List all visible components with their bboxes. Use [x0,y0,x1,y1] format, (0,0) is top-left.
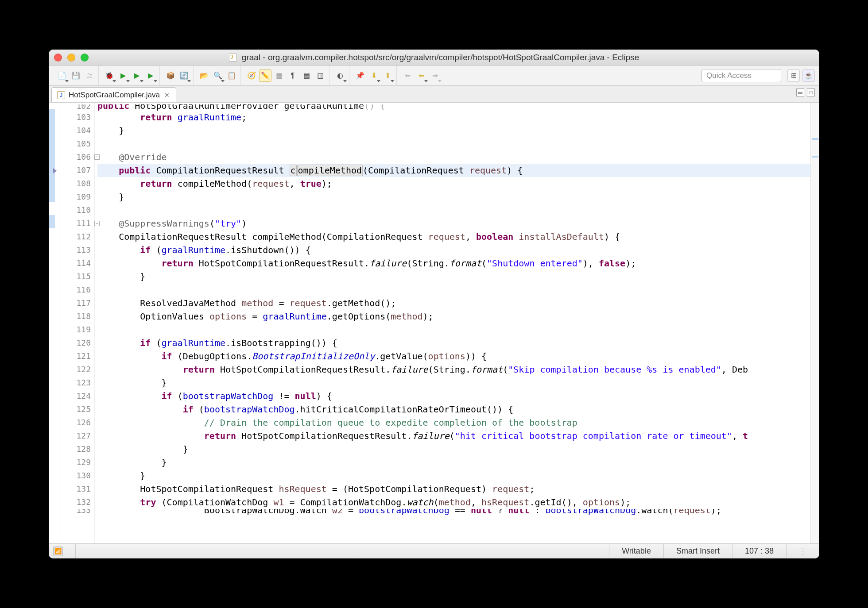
overview-ruler[interactable] [810,103,819,543]
line-number: 126 [59,416,91,429]
toggle-block-selection-button[interactable]: ▦ [273,69,285,82]
line-number: 113 [59,243,91,257]
line-number: 105 [59,137,91,150]
line-number: 111− [59,217,91,230]
show-whitespace-button[interactable]: ¶ [287,69,299,82]
code-line[interactable] [97,204,810,217]
statusbar: 📶 Writable Smart Insert 107 : 38 ⋮ [49,543,819,558]
code-line[interactable]: return HotSpotCompilationRequestResult.f… [97,363,810,376]
code-editor[interactable]: 102103104105106−107108109110111−11211311… [49,103,819,543]
code-line[interactable] [97,137,810,150]
code-line[interactable]: @SuppressWarnings("try") [97,217,810,230]
line-number: 106− [59,150,91,164]
toggle-breadcrumb-button[interactable]: 🧭 [245,69,258,82]
open-type-button[interactable]: 📂 [198,69,210,82]
code-line[interactable]: } [97,469,810,482]
code-line[interactable]: if (bootstrapWatchDog != null) { [97,389,810,403]
show-source-button[interactable]: ▥ [314,69,326,82]
editor-view-controls: ▭ □ [796,89,815,96]
window-title-text: graal - org.graalvm.compiler.hotspot/src… [242,53,639,62]
toggle-mark-occurrences-button[interactable]: ✏️ [259,69,271,82]
maximize-view-button[interactable]: □ [807,89,815,96]
forward-button[interactable]: ➡ [429,69,441,82]
coverage-button[interactable]: ▶ [131,69,143,82]
code-line[interactable]: ResolvedJavaMethod method = request.getM… [97,296,810,310]
prev-annotation-button[interactable]: ⬆ [381,69,394,82]
fold-toggle-icon[interactable]: − [94,154,100,160]
close-tab-icon[interactable]: ✕ [163,92,170,99]
code-line[interactable]: if (bootstrapWatchDog.hitCriticalCompila… [97,403,810,416]
line-number: 123 [59,376,91,389]
new-button[interactable]: 📄 [56,69,68,82]
code-line[interactable]: OptionValues options = graalRuntime.getO… [97,310,810,323]
change-marker [49,109,55,202]
line-number: 129 [59,456,91,469]
line-number: 131 [59,482,91,496]
show-selected-element-button[interactable]: ▤ [300,69,313,82]
line-number: 133 [59,509,91,516]
code-line[interactable]: } [97,376,810,389]
code-line[interactable]: BootstrapWatchDog.Watch w2 = bootstrapWa… [97,509,810,516]
line-number: 127 [59,429,91,443]
code-line[interactable] [97,283,810,296]
save-button[interactable]: 💾 [70,69,82,82]
code-line[interactable]: if (DebugOptions.BootstrapInitializeOnly… [97,350,810,363]
main-toolbar: 📄 💾 🗂 🐞 ▶ ▶ ▶ 📦 🔄 📂 🔍 📋 🧭 ✏️ ▦ ¶ ▤ ▥ [49,65,819,86]
line-number: 115 [59,270,91,283]
line-number: 110 [59,204,91,217]
run-button[interactable]: ▶ [117,69,129,82]
status-insert-mode: Smart Insert [663,544,732,558]
line-number: 112 [59,230,91,243]
fold-toggle-icon[interactable]: − [94,221,100,226]
code-area[interactable]: public HotSpotGraalRuntimeProvider getGr… [95,103,810,543]
minimize-view-button[interactable]: ▭ [796,89,804,96]
line-number: 116 [59,283,91,296]
code-line[interactable]: // Drain the compilation queue to expedi… [97,416,810,429]
pin-editor-button[interactable]: 📌 [354,69,366,82]
code-line[interactable]: public CompilationRequestResult compileM… [97,164,810,177]
new-type-button[interactable]: 🔄 [178,69,190,82]
code-line[interactable]: return graalRuntime; [97,111,810,124]
code-line[interactable]: } [97,124,810,137]
code-line[interactable]: public HotSpotGraalRuntimeProvider getGr… [97,104,810,111]
code-line[interactable] [97,323,810,336]
code-line[interactable]: } [97,456,810,469]
code-line[interactable]: HotSpotCompilationRequest hsRequest = (H… [97,482,810,496]
editor-tab-label: HotSpotGraalCompiler.java [69,91,160,100]
status-cursor-position: 107 : 38 [732,544,786,558]
editor-tab-active[interactable]: J HotSpotGraalCompiler.java ✕ [51,87,176,102]
eclipse-window: graal - org.graalvm.compiler.hotspot/src… [49,50,819,558]
code-line[interactable]: CompilationRequestResult compileMethod(C… [97,230,810,243]
line-number: 119 [59,323,91,336]
search-button[interactable]: 🔍 [212,69,224,82]
feed-icon[interactable]: 📶 [53,546,63,556]
line-number: 114 [59,257,91,270]
line-number: 104 [59,124,91,137]
save-all-button[interactable]: 🗂 [83,69,96,82]
code-line[interactable]: @Override [97,150,810,164]
line-number: 107 [59,164,91,177]
code-line[interactable]: } [97,270,810,283]
line-number: 121 [59,350,91,363]
line-number: 132 [59,496,91,509]
debug-button[interactable]: 🐞 [103,69,116,82]
code-line[interactable]: return HotSpotCompilationRequestResult.f… [97,257,810,270]
code-line[interactable]: return HotSpotCompilationRequestResult.f… [97,429,810,443]
quick-access-input[interactable]: Quick Access [701,69,781,82]
next-annotation-button[interactable]: ⬇ [368,69,380,82]
code-line[interactable]: if (graalRuntime.isShutdown()) { [97,243,810,257]
new-package-button[interactable]: 📦 [164,69,177,82]
open-task-button[interactable]: 📋 [225,69,238,82]
new-java-class-button[interactable]: ◐ [334,69,346,82]
code-line[interactable]: try (CompilationWatchDog w1 = Compilatio… [97,496,810,509]
window-title: graal - org.graalvm.compiler.hotspot/src… [49,53,819,62]
code-line[interactable]: } [97,190,810,204]
line-number: 108 [59,177,91,190]
open-perspective-button[interactable]: ⊞ [787,69,800,82]
back-button[interactable]: ⬅ [415,69,427,82]
java-perspective-button[interactable]: ☕ [802,69,815,82]
code-line[interactable]: if (graalRuntime.isBootstrapping()) { [97,336,810,350]
code-line[interactable]: } [97,443,810,456]
run-last-button[interactable]: ▶ [144,69,157,82]
code-line[interactable]: return compileMethod(request, true); [97,177,810,190]
